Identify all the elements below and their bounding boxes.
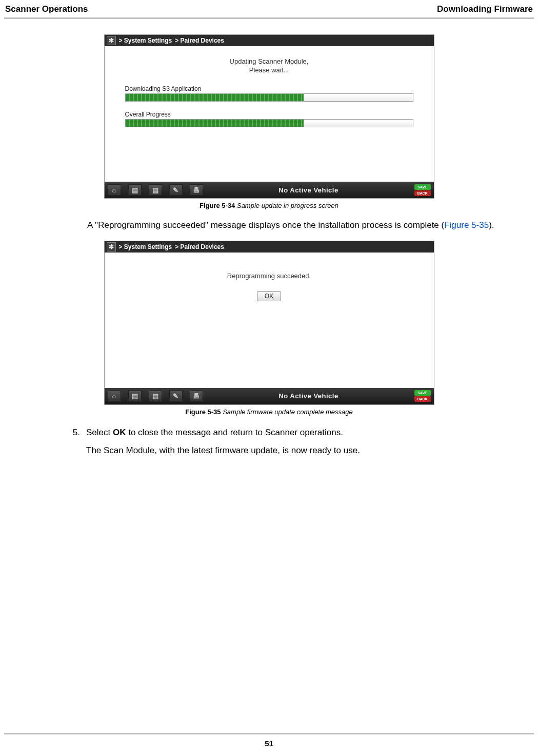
page-number: 51 — [0, 739, 538, 748]
ok-button[interactable]: OK — [257, 291, 281, 301]
footer-rule — [4, 733, 534, 734]
step-5-sub: The Scan Module, with the latest firmwar… — [86, 444, 507, 457]
screenshot-bottom-toolbar: ⌂ ▤ ▤ ✎ 🖶 No Active Vehicle SAVE BACK — [105, 182, 434, 198]
step-5-text: Select OK to close the message and retur… — [86, 426, 343, 439]
home-icon[interactable]: ⌂ — [108, 184, 121, 196]
back-pill[interactable]: BACK — [414, 190, 431, 196]
save-pill[interactable]: SAVE — [414, 184, 431, 190]
vehicle-status: No Active Vehicle — [210, 186, 407, 194]
caption-italic: Sample update in progress screen — [237, 202, 338, 209]
step-5-number: 5. — [68, 426, 80, 439]
status-text-succeeded: Reprogramming succeeded. — [125, 272, 413, 281]
caption2-italic: Sample firmware update complete message — [223, 408, 353, 416]
progress2-label: Overall Progress — [125, 111, 413, 118]
figure-5-35-caption: Figure 5-35 Sample firmware update compl… — [104, 408, 434, 416]
screenshot-update-complete: ✻ > System Settings > Paired Devices Rep… — [104, 241, 434, 405]
toolbar-icon-3[interactable]: ▤ — [149, 184, 162, 196]
gear-icon[interactable]: ✻ — [107, 242, 116, 251]
screenshot-breadcrumb-bar: ✻ > System Settings > Paired Devices — [105, 35, 434, 46]
screenshot2-breadcrumb-bar: ✻ > System Settings > Paired Devices — [105, 241, 434, 253]
toolbar-icon-3[interactable]: ▤ — [149, 391, 162, 402]
vehicle-status: No Active Vehicle — [210, 392, 407, 400]
home-icon[interactable]: ⌂ — [108, 391, 121, 402]
step5-text-a: Select — [86, 428, 113, 437]
toolbar-icon-2[interactable]: ▤ — [128, 184, 142, 196]
step5-ok-bold: OK — [113, 428, 126, 437]
para1-b: ). — [489, 220, 494, 230]
save-pill[interactable]: SAVE — [414, 390, 431, 396]
progress1-bar — [125, 93, 413, 102]
breadcrumb-system-settings[interactable]: > System Settings — [119, 37, 172, 44]
para1-a: A "Reprogramming succeeded" message disp… — [87, 220, 444, 230]
toolbar-icon-5[interactable]: 🖶 — [190, 391, 203, 402]
breadcrumb-paired-devices[interactable]: > Paired Devices — [175, 37, 224, 44]
figure-5-34: ✻ > System Settings > Paired Devices Upd… — [104, 34, 434, 209]
caption-bold: Figure 5-34 — [200, 202, 237, 209]
screenshot-update-progress: ✻ > System Settings > Paired Devices Upd… — [104, 34, 434, 199]
step-5: 5. Select OK to close the message and re… — [68, 426, 507, 439]
breadcrumb-paired-devices[interactable]: > Paired Devices — [175, 243, 224, 250]
breadcrumb-system-settings[interactable]: > System Settings — [119, 243, 172, 250]
figure-5-34-caption: Figure 5-34 Sample update in progress sc… — [104, 202, 434, 209]
paragraph-reprogramming: A "Reprogramming succeeded" message disp… — [87, 220, 507, 231]
toolbar-icon-4[interactable]: ✎ — [169, 184, 183, 196]
back-pill[interactable]: BACK — [414, 396, 431, 402]
header-right: Downloading Firmware — [437, 4, 533, 14]
screenshot2-bottom-toolbar: ⌂ ▤ ▤ ✎ 🖶 No Active Vehicle SAVE BACK — [105, 388, 434, 404]
header-left: Scanner Operations — [5, 4, 88, 14]
caption2-bold: Figure 5-35 — [185, 408, 223, 416]
toolbar-icon-4[interactable]: ✎ — [169, 391, 183, 402]
figure-5-35: ✻ > System Settings > Paired Devices Rep… — [104, 241, 434, 416]
progress1-label: Downloading S3 Application — [125, 85, 413, 92]
toolbar-icon-2[interactable]: ▤ — [128, 391, 142, 402]
toolbar-icon-5[interactable]: 🖶 — [190, 184, 203, 196]
status-text-line2: Please wait... — [125, 66, 413, 75]
gear-icon[interactable]: ✻ — [107, 36, 116, 45]
step5-text-b: to close the message and return to Scann… — [126, 428, 343, 437]
status-text-line1: Updating Scanner Module, — [125, 57, 413, 66]
progress2-bar — [125, 119, 413, 127]
figure-link-5-35[interactable]: Figure 5-35 — [444, 220, 489, 230]
